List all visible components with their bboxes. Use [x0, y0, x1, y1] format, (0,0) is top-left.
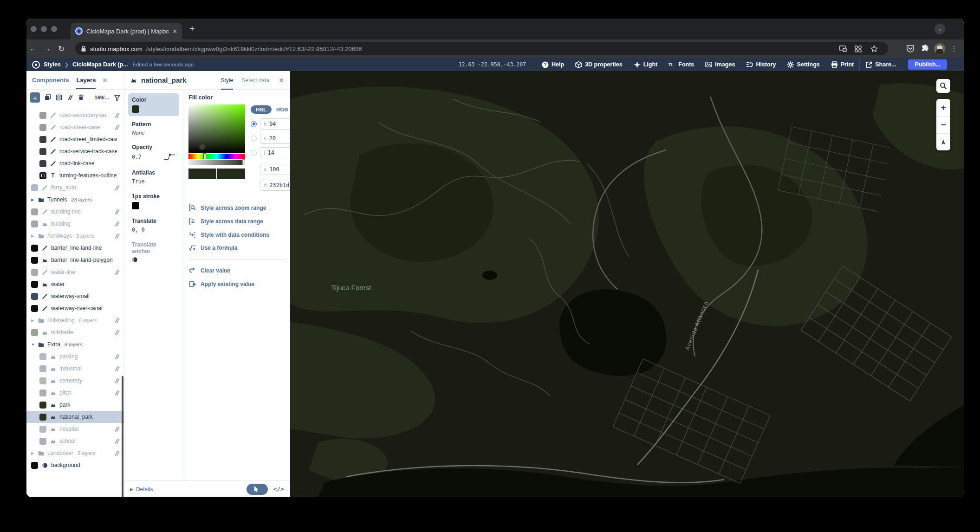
- layer-row-park[interactable]: park: [26, 399, 124, 411]
- hsl-mode-button[interactable]: HSL: [251, 105, 272, 114]
- duplicate-layer-icon[interactable]: [45, 94, 51, 101]
- group-row-landcover[interactable]: ▶Landcover5 layers: [26, 447, 124, 459]
- zoom-out-button[interactable]: −: [936, 116, 950, 133]
- close-panel-icon[interactable]: ✕: [279, 77, 284, 84]
- alpha-slider[interactable]: [188, 160, 245, 165]
- layer-row-road-street-case[interactable]: road-street-case: [26, 121, 124, 133]
- layer-row-hillshade[interactable]: hillshade: [26, 326, 124, 338]
- menu-images[interactable]: Images: [700, 58, 740, 71]
- menu-light[interactable]: Light: [628, 58, 663, 71]
- layer-row-parking[interactable]: parking: [26, 350, 124, 363]
- pocket-icon[interactable]: [904, 45, 916, 53]
- property-1px-stroke[interactable]: 1px stroke: [128, 190, 179, 213]
- bookmark-star-icon[interactable]: [870, 45, 883, 52]
- property-antialias[interactable]: AntialiasTrue: [128, 166, 179, 188]
- menu-settings[interactable]: Settings: [781, 58, 825, 71]
- lightness-radio[interactable]: [251, 150, 257, 156]
- traffic-light-close[interactable]: [31, 26, 37, 32]
- url-bar[interactable]: studio.mapbox.com /styles/cmdalbem/ckgpw…: [75, 42, 888, 55]
- layer-row-national-park[interactable]: national_park: [26, 411, 124, 423]
- hue-radio[interactable]: [251, 121, 257, 127]
- breadcrumb-styles[interactable]: Styles: [44, 61, 61, 68]
- property-translate-anchor[interactable]: Translate anchor: [128, 238, 179, 266]
- hidden-eye-icon[interactable]: [114, 318, 120, 324]
- tab-select-data[interactable]: Select data: [241, 77, 269, 84]
- style-name[interactable]: CicloMapa Dark (p...: [72, 61, 128, 68]
- back-icon[interactable]: ←: [26, 44, 40, 53]
- zoom-ramp-icon[interactable]: [163, 153, 175, 161]
- layer-row-ferry-auto[interactable]: ferry_auto: [26, 182, 124, 194]
- traffic-light-zoom[interactable]: [51, 26, 57, 32]
- hidden-eye-icon[interactable]: [114, 390, 120, 396]
- layer-row-barrier-line-land-polygon[interactable]: barrier_line-land-polygon: [26, 254, 124, 266]
- browser-menu-dots-icon[interactable]: ⋮: [948, 45, 960, 53]
- rgb-mode-button[interactable]: RGB: [276, 107, 288, 112]
- action-style-with-data-conditions[interactable]: Style with data conditions: [188, 231, 285, 238]
- caret-right-icon[interactable]: ▶: [31, 318, 35, 323]
- property-translate[interactable]: Translate0, 0: [128, 214, 179, 236]
- hidden-eye-icon[interactable]: [114, 112, 120, 118]
- layer-row-building-line[interactable]: building-line: [26, 206, 124, 218]
- profile-avatar[interactable]: [934, 43, 945, 54]
- caret-right-icon[interactable]: ▶: [31, 198, 35, 202]
- layer-row-barrier-line-land-line[interactable]: barrier_line-land-line: [26, 242, 124, 254]
- layer-row-pitch[interactable]: pitch: [26, 387, 124, 399]
- layer-row-building[interactable]: building: [26, 218, 124, 230]
- caret-right-icon[interactable]: ▶: [31, 234, 35, 238]
- zoom-in-button[interactable]: +: [936, 99, 950, 116]
- cast-icon[interactable]: [839, 45, 851, 52]
- menu-history[interactable]: History: [740, 58, 781, 71]
- tab-close-icon[interactable]: ✕: [172, 28, 177, 35]
- tab-groups-icon[interactable]: [855, 45, 867, 52]
- hue-input[interactable]: h 94: [260, 118, 293, 130]
- details-toggle[interactable]: ▶ Details: [130, 486, 153, 493]
- hidden-eye-icon[interactable]: [114, 185, 120, 191]
- translate-anchor-globe-icon[interactable]: [132, 257, 175, 263]
- saturation-handle[interactable]: [199, 144, 205, 150]
- layer-row-cemetery[interactable]: cemetery: [26, 375, 124, 387]
- caret-down-icon[interactable]: ▼: [31, 343, 35, 347]
- browser-tab[interactable]: CicloMapa Dark (prod) | Mapbo ✕: [71, 23, 182, 39]
- caret-right-icon[interactable]: ▶: [31, 451, 35, 455]
- traffic-light-minimize[interactable]: [41, 26, 47, 32]
- layer-row-turning-features-outline[interactable]: Tturning-features-outline: [26, 169, 124, 182]
- saturation-input[interactable]: s 20: [260, 133, 293, 144]
- action-style-across-data-range[interactable]: Style across data range: [188, 218, 285, 225]
- tab-layers[interactable]: Layers: [76, 77, 96, 84]
- group-row-tunnels[interactable]: ▶Tunnels23 layers: [26, 194, 124, 206]
- new-tab-button[interactable]: +: [189, 24, 195, 33]
- hue-slider[interactable]: [188, 154, 245, 159]
- alpha-handle[interactable]: [242, 159, 245, 165]
- property-swatch[interactable]: [132, 105, 139, 113]
- forward-icon[interactable]: →: [40, 44, 54, 53]
- group-row-extra[interactable]: ▼Extra8 layers: [26, 338, 124, 350]
- hidden-eye-icon[interactable]: [114, 354, 120, 360]
- layer-row-industrial[interactable]: industrial: [26, 363, 124, 375]
- compass-button[interactable]: [936, 133, 950, 150]
- layer-row-road-street-limited-case[interactable]: road-street_limited-case: [26, 133, 124, 145]
- tab-components[interactable]: Components: [32, 77, 69, 84]
- group-row-hillshading[interactable]: ▶Hillshading6 layers: [26, 314, 124, 326]
- group-layers-icon[interactable]: [56, 94, 62, 101]
- property-swatch[interactable]: [132, 202, 139, 209]
- hidden-eye-icon[interactable]: [114, 233, 120, 239]
- layer-row-waterway-small[interactable]: waterway-small: [26, 290, 124, 302]
- layer-row-school[interactable]: school: [26, 435, 124, 447]
- hidden-eye-icon[interactable]: [114, 378, 120, 384]
- alpha-input[interactable]: a 100: [260, 164, 293, 175]
- publish-button[interactable]: Publish...: [908, 59, 947, 70]
- menu-share[interactable]: Share...: [860, 58, 902, 71]
- sidebar-scrollbar[interactable]: [122, 376, 123, 497]
- filter-icon[interactable]: [114, 95, 120, 101]
- select-mode-button[interactable]: [247, 484, 268, 495]
- hidden-eye-icon[interactable]: [114, 330, 120, 336]
- hidden-eye-icon[interactable]: [114, 426, 120, 432]
- saturation-radio[interactable]: [251, 136, 257, 142]
- hidden-eye-icon[interactable]: [114, 269, 120, 275]
- code-view-button[interactable]: </>: [273, 486, 284, 493]
- hidden-eye-icon[interactable]: [114, 366, 120, 372]
- menu-print[interactable]: Print: [825, 58, 859, 71]
- reload-icon[interactable]: ↻: [54, 44, 68, 54]
- layer-row-water-line[interactable]: water-line: [26, 266, 124, 278]
- tab-search-chevron-icon[interactable]: ⌄: [935, 24, 945, 34]
